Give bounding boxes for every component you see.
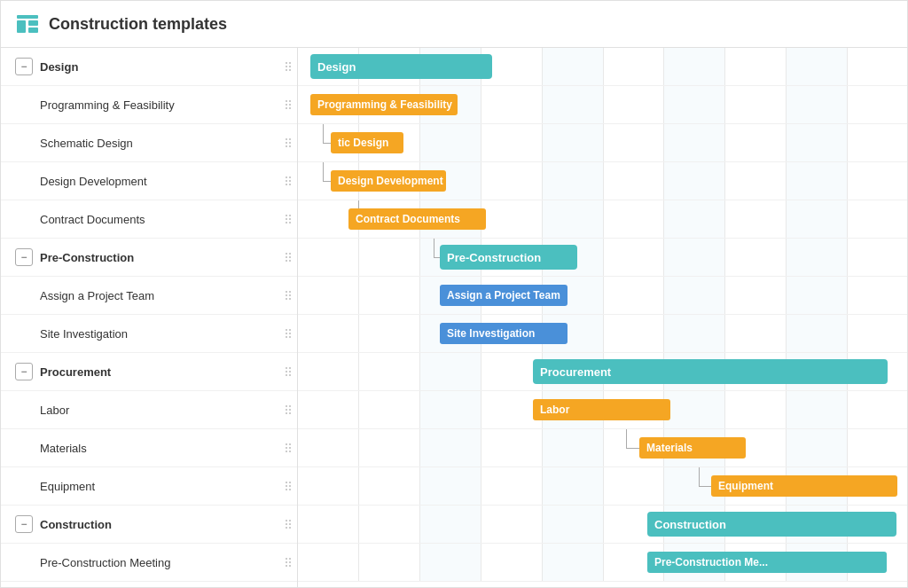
gantt-bar-equipment[interactable]: Equipment <box>711 475 897 497</box>
section-label-design: Design <box>33 60 279 74</box>
drag-handle-labor[interactable] <box>279 405 297 414</box>
drag-handle-prog[interactable] <box>279 100 297 109</box>
gantt-bar-prog[interactable]: Programming & Feasibility <box>310 94 458 115</box>
page-title: Construction templates <box>49 15 227 34</box>
section-row-procurement: − Procurement <box>1 353 297 391</box>
section-row-construction: − Construction <box>1 506 297 544</box>
expand-pre-construction[interactable]: − <box>15 248 33 266</box>
gantt-row-procurement: Procurement <box>298 353 907 391</box>
task-row-contract: Contract Documents <box>1 200 297 239</box>
connector-equipment-v <box>699 467 700 486</box>
gantt-row-schematic: tic Design <box>298 124 907 162</box>
task-label-prog-feasibility: Programming & Feasibility <box>33 98 279 112</box>
gantt-row-equipment: Equipment <box>298 467 907 506</box>
expand-construction[interactable]: − <box>15 515 33 533</box>
task-row-design-dev: Design Development <box>1 162 297 200</box>
gantt-row-pre-con: Pre-Construction <box>298 239 907 277</box>
section-label-pre-construction: Pre-Construction <box>33 251 279 264</box>
task-label-contract: Contract Documents <box>33 213 279 226</box>
task-label-pre-con-meeting: Pre-Construction Meeting <box>33 556 279 569</box>
gantt-bar-construction[interactable]: Construction <box>647 512 896 537</box>
task-label-equipment: Equipment <box>33 480 279 493</box>
task-label-assign-team: Assign a Project Team <box>33 289 279 302</box>
gantt-bar-assign[interactable]: Assign a Project Team <box>440 285 568 306</box>
svg-rect-2 <box>28 20 38 26</box>
app-container: Construction templates − Design Programm… <box>0 0 908 588</box>
drag-handle-construction[interactable] <box>279 520 297 529</box>
section-row-pre-construction: − Pre-Construction <box>1 239 297 277</box>
svg-rect-3 <box>28 27 38 33</box>
header: Construction templates <box>1 1 907 48</box>
gantt-bar-procurement[interactable]: Procurement <box>533 359 888 384</box>
left-panel: − Design Programming & Feasibility Schem… <box>1 48 298 587</box>
gantt-bar-design[interactable]: Design <box>310 54 492 79</box>
drag-handle-schematic[interactable] <box>279 138 297 147</box>
gantt-row-pre-con-meeting: Pre-Construction Me... <box>298 544 907 582</box>
gantt-row-contract: Contract Documents <box>298 200 907 239</box>
connector-pre-con-v <box>434 239 434 257</box>
task-row-schematic: Schematic Design <box>1 124 297 162</box>
task-row-assign-team: Assign a Project Team <box>1 277 297 315</box>
gantt-bar-pre-con[interactable]: Pre-Construction <box>440 245 577 270</box>
svg-rect-0 <box>17 15 38 19</box>
drag-handle-procurement[interactable] <box>279 367 297 376</box>
gantt-bar-materials[interactable]: Materials <box>639 437 746 459</box>
gantt-row-design-dev: Design Development <box>298 162 907 200</box>
task-row-site-investigation: Site Investigation <box>1 315 297 353</box>
gantt-bar-pre-con-meeting[interactable]: Pre-Construction Me... <box>647 552 887 573</box>
task-row-materials: Materials <box>1 429 297 467</box>
section-label-procurement: Procurement <box>33 365 279 379</box>
gantt-row-design: Design <box>298 48 907 86</box>
section-row-design: − Design <box>1 48 297 86</box>
task-row-pre-con-meeting: Pre-Construction Meeting <box>1 544 297 582</box>
drag-handle-design-dev[interactable] <box>279 176 297 185</box>
gantt-bar-contract[interactable]: Contract Documents <box>348 208 486 230</box>
gantt-bar-design-dev[interactable]: Design Development <box>331 170 446 192</box>
connector-dev <box>323 162 324 181</box>
task-label-materials: Materials <box>33 442 279 455</box>
gantt-bar-schematic[interactable]: tic Design <box>331 132 403 153</box>
gantt-bar-site[interactable]: Site Investigation <box>440 323 568 344</box>
main-content: − Design Programming & Feasibility Schem… <box>1 48 907 587</box>
connector-schematic <box>323 124 324 143</box>
template-icon <box>15 12 40 36</box>
gantt-panel[interactable]: Design Programming & Feasibility <box>298 48 907 587</box>
gantt-row-assign: Assign a Project Team <box>298 277 907 315</box>
gantt-row-site: Site Investigation <box>298 315 907 353</box>
drag-handle-pre-con[interactable] <box>279 253 297 262</box>
task-row-equipment: Equipment <box>1 467 297 506</box>
drag-handle-materials[interactable] <box>279 443 297 452</box>
drag-handle-assign[interactable] <box>279 291 297 300</box>
task-row-labor: Labor <box>1 391 297 429</box>
gantt-row-materials: Materials <box>298 429 907 467</box>
gantt-row-construction: Construction <box>298 506 907 544</box>
expand-design[interactable]: − <box>15 58 33 75</box>
drag-handle-equipment[interactable] <box>279 482 297 490</box>
svg-rect-1 <box>17 20 26 33</box>
drag-handle-contract[interactable] <box>279 215 297 223</box>
connector-materials-v <box>626 429 627 448</box>
drag-handle-design[interactable] <box>279 62 297 71</box>
expand-procurement[interactable]: − <box>15 363 33 380</box>
task-row-prog-feasibility: Programming & Feasibility <box>1 86 297 124</box>
gantt-bar-labor[interactable]: Labor <box>533 399 670 420</box>
drag-handle-pre-con-meeting[interactable] <box>279 558 297 567</box>
task-label-schematic: Schematic Design <box>33 137 279 150</box>
section-label-construction: Construction <box>33 518 279 531</box>
task-label-site-investigation: Site Investigation <box>33 327 279 341</box>
task-label-labor: Labor <box>33 404 279 417</box>
gantt-row-prog: Programming & Feasibility <box>298 86 907 124</box>
task-label-design-dev: Design Development <box>33 175 279 188</box>
gantt-row-labor: Labor <box>298 391 907 429</box>
drag-handle-site[interactable] <box>279 329 297 338</box>
